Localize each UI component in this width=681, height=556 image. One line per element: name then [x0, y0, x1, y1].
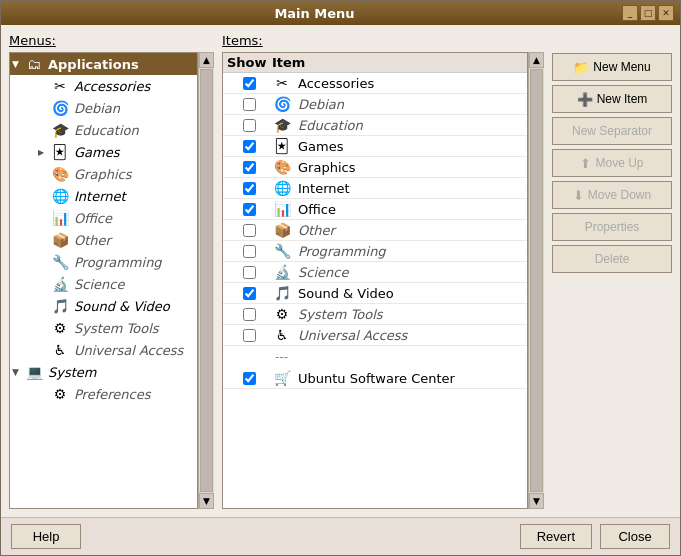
close-button[interactable]: ✕: [658, 5, 674, 21]
maximize-button[interactable]: □: [640, 5, 656, 21]
debian-icon: 🌀: [50, 98, 70, 118]
right-panel: 📁 New Menu ➕ New Item New Separator ⬆ Mo…: [552, 33, 672, 509]
tree-item-programming[interactable]: 🔧 Programming: [10, 251, 197, 273]
office-icon: 📊: [50, 208, 70, 228]
items-label: Items:: [222, 33, 544, 48]
tree-item-graphics[interactable]: 🎨 Graphics: [10, 163, 197, 185]
new-separator-button[interactable]: New Separator: [552, 117, 672, 145]
checkbox-programming[interactable]: [243, 245, 256, 258]
programming-icon: 🔧: [50, 252, 70, 272]
tree-item-accessories[interactable]: ✂ Accessories: [10, 75, 197, 97]
checkbox-science[interactable]: [243, 266, 256, 279]
tree-item-office[interactable]: 📊 Office: [10, 207, 197, 229]
list-item: 🌀 Debian: [223, 94, 527, 115]
icon-systemtools: ⚙: [272, 306, 292, 322]
tree-item-debian[interactable]: 🌀 Debian: [10, 97, 197, 119]
label-science: Science: [298, 265, 348, 280]
tree-item-universalaccess[interactable]: ♿ Universal Access: [10, 339, 197, 361]
new-separator-label: New Separator: [572, 124, 652, 138]
system-icon: 💻: [24, 362, 44, 382]
tree-item-other[interactable]: 📦 Other: [10, 229, 197, 251]
tree-label-graphics: Graphics: [74, 167, 131, 182]
tree-scroll-down[interactable]: ▼: [199, 493, 214, 509]
checkbox-office[interactable]: [243, 203, 256, 216]
tree-item-education[interactable]: 🎓 Education: [10, 119, 197, 141]
label-soundvideo: Sound & Video: [298, 286, 394, 301]
properties-button[interactable]: Properties: [552, 213, 672, 241]
tree-label-games: Games: [74, 145, 119, 160]
checkbox-internet[interactable]: [243, 182, 256, 195]
list-item: ♿ Universal Access: [223, 325, 527, 346]
tree-scrollbar[interactable]: ▲ ▼: [198, 52, 214, 509]
tree-item-applications[interactable]: ▼ 🗂 Applications: [10, 53, 197, 75]
checkbox-education[interactable]: [243, 119, 256, 132]
checkbox-graphics[interactable]: [243, 161, 256, 174]
check-col-games: [227, 140, 272, 153]
move-down-button[interactable]: ⬇ Move Down: [552, 181, 672, 209]
checkbox-ubuntusoftware[interactable]: [243, 372, 256, 385]
list-item: 🛒 Ubuntu Software Center: [223, 368, 527, 389]
tree-item-preferences[interactable]: ⚙ Preferences: [10, 383, 197, 405]
menus-label: Menus:: [9, 33, 214, 48]
checkbox-other[interactable]: [243, 224, 256, 237]
science-icon: 🔬: [50, 274, 70, 294]
tree-scroll-thumb[interactable]: [200, 69, 213, 492]
systemtools-icon: ⚙: [50, 318, 70, 338]
list-item: 📊 Office: [223, 199, 527, 220]
tree-label-other: Other: [74, 233, 111, 248]
items-scroll-up[interactable]: ▲: [529, 52, 544, 68]
close-button-footer[interactable]: Close: [600, 524, 670, 549]
checkbox-systemtools[interactable]: [243, 308, 256, 321]
expand-arrow-system: ▼: [12, 367, 24, 377]
items-container: Show Item ✂ Accessories: [222, 52, 528, 509]
left-panel: Menus: ▼ 🗂 Applications ✂ Accessories: [9, 33, 214, 509]
items-scroll-down[interactable]: ▼: [529, 493, 544, 509]
help-button[interactable]: Help: [11, 524, 81, 549]
check-col-soundvideo: [227, 287, 272, 300]
new-item-button[interactable]: ➕ New Item: [552, 85, 672, 113]
tree-label-accessories: Accessories: [74, 79, 150, 94]
move-up-button[interactable]: ⬆ Move Up: [552, 149, 672, 177]
item-col-ubuntusoftware: 🛒 Ubuntu Software Center: [272, 370, 523, 386]
check-col-graphics: [227, 161, 272, 174]
tree-item-games[interactable]: ▶ 🃏 Games: [10, 141, 197, 163]
tree-container[interactable]: ▼ 🗂 Applications ✂ Accessories 🌀 Debian: [9, 52, 198, 509]
move-down-label: Move Down: [588, 188, 651, 202]
icon-education: 🎓: [272, 117, 292, 133]
tree-item-science[interactable]: 🔬 Science: [10, 273, 197, 295]
new-menu-icon: 📁: [573, 60, 589, 75]
minimize-button[interactable]: _: [622, 5, 638, 21]
checkbox-debian[interactable]: [243, 98, 256, 111]
item-col-internet: 🌐 Internet: [272, 180, 523, 196]
tree-label-internet: Internet: [74, 189, 126, 204]
tree-item-systemtools[interactable]: ⚙ System Tools: [10, 317, 197, 339]
item-col-office: 📊 Office: [272, 201, 523, 217]
items-scrollbar[interactable]: ▲ ▼: [528, 52, 544, 509]
checkbox-universalaccess[interactable]: [243, 329, 256, 342]
label-other: Other: [298, 223, 335, 238]
label-office: Office: [298, 202, 336, 217]
item-col-systemtools: ⚙ System Tools: [272, 306, 523, 322]
items-scroll-thumb[interactable]: [530, 69, 543, 492]
other-icon: 📦: [50, 230, 70, 250]
checkbox-games[interactable]: [243, 140, 256, 153]
revert-label: Revert: [537, 529, 575, 544]
tree-item-internet[interactable]: 🌐 Internet: [10, 185, 197, 207]
checkbox-accessories[interactable]: [243, 77, 256, 90]
close-label: Close: [618, 529, 651, 544]
icon-soundvideo: 🎵: [272, 285, 292, 301]
tree-scroll-up[interactable]: ▲: [199, 52, 214, 68]
new-item-icon: ➕: [577, 92, 593, 107]
tree-item-soundvideo[interactable]: 🎵 Sound & Video: [10, 295, 197, 317]
revert-button[interactable]: Revert: [520, 524, 592, 549]
help-label: Help: [33, 529, 60, 544]
checkbox-soundvideo[interactable]: [243, 287, 256, 300]
tree-label-applications: Applications: [48, 57, 139, 72]
tree-item-system[interactable]: ▼ 💻 System: [10, 361, 197, 383]
new-menu-button[interactable]: 📁 New Menu: [552, 53, 672, 81]
separator-row: ---: [223, 346, 527, 368]
item-col-graphics: 🎨 Graphics: [272, 159, 523, 175]
check-col-programming: [227, 245, 272, 258]
delete-button[interactable]: Delete: [552, 245, 672, 273]
icon-internet: 🌐: [272, 180, 292, 196]
